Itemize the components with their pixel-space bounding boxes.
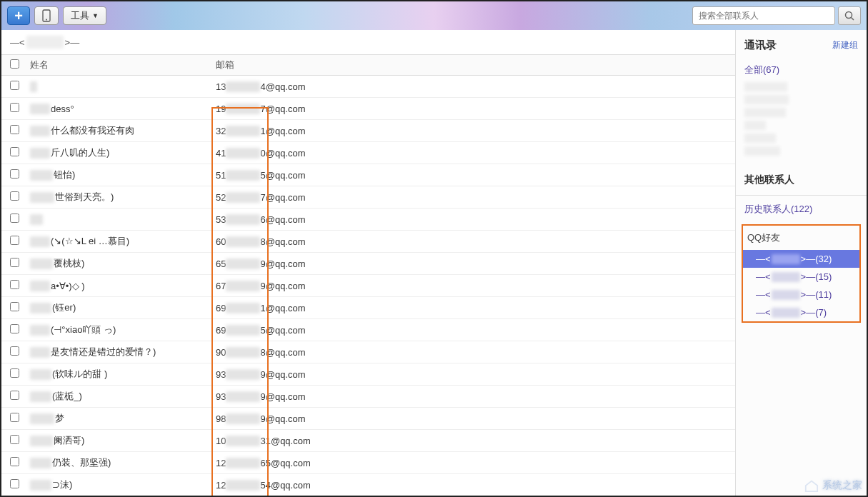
row-checkbox[interactable] xyxy=(10,391,19,400)
group-name-blur xyxy=(26,36,64,49)
row-checkbox[interactable] xyxy=(10,280,19,289)
history-contacts-link[interactable]: 历史联系人(122) xyxy=(736,199,867,220)
search-input[interactable] xyxy=(692,6,835,25)
email-mid: 7 xyxy=(260,104,265,114)
table-row[interactable]: (↘(☆↘L ei …慕目)608@qq.com xyxy=(1,231,735,253)
table-row[interactable]: (软味ル的甜 )939@qq.com xyxy=(1,363,735,386)
row-checkbox[interactable] xyxy=(10,302,19,311)
name-cell: 钮怡) xyxy=(27,169,213,181)
name-suffix: dess° xyxy=(51,104,74,114)
table-row[interactable]: (蓝栀_)939@qq.com xyxy=(1,386,735,408)
name-cell: (钰er) xyxy=(27,301,213,314)
row-checkbox[interactable] xyxy=(10,81,19,90)
row-checkbox[interactable] xyxy=(10,324,19,333)
email-cell: 608@qq.com xyxy=(213,236,735,247)
qq-group-item[interactable]: —<>—(32) xyxy=(743,250,859,268)
tools-label: 工具 xyxy=(71,9,89,22)
sidebar-group-item[interactable] xyxy=(744,121,766,130)
table-row[interactable]: 什么都没有我还有肉321@qq.com xyxy=(1,120,735,142)
sidebar-group-item[interactable] xyxy=(744,134,776,143)
table-row[interactable]: (⊣°xiao吖頭 っ)695@qq.com xyxy=(1,319,735,341)
email-prefix: 69 xyxy=(216,303,226,313)
all-contacts-link[interactable]: 全部(67) xyxy=(736,59,867,81)
email-mid: 9 xyxy=(260,281,265,291)
row-checkbox[interactable] xyxy=(10,147,19,156)
qq-group-item[interactable]: —<>—(11) xyxy=(743,286,859,303)
email-suffix: @qq.com xyxy=(266,369,306,380)
row-checkbox[interactable] xyxy=(10,236,19,245)
email-cell: 908@qq.com xyxy=(213,347,735,358)
qq-group-item[interactable]: —<>—(7) xyxy=(743,303,859,321)
email-blur xyxy=(226,347,260,358)
new-group-link[interactable]: 新建组 xyxy=(832,39,858,51)
sidebar-group-item[interactable] xyxy=(744,95,789,104)
email-cell: 939@qq.com xyxy=(213,391,735,402)
row-checkbox[interactable] xyxy=(10,368,19,378)
row-checkbox[interactable] xyxy=(10,191,19,201)
table-row[interactable]: (钰er)691@qq.com xyxy=(1,297,735,319)
add-button[interactable]: + xyxy=(7,6,30,25)
email-prefix: 13 xyxy=(216,81,226,92)
sidebar-group-item[interactable] xyxy=(744,108,786,117)
table-row[interactable]: dess°197@qq.com xyxy=(1,98,735,120)
email-cell: 536@qq.com xyxy=(213,214,735,225)
email-mid: 9 xyxy=(260,369,265,380)
email-suffix: @qq.com xyxy=(266,126,306,136)
email-blur xyxy=(226,303,260,313)
table-row[interactable]: 536@qq.com xyxy=(1,209,735,231)
name-blur xyxy=(30,214,43,225)
row-checkbox[interactable] xyxy=(10,435,19,444)
row-checkbox[interactable] xyxy=(10,457,19,466)
phone-button[interactable] xyxy=(34,6,59,25)
table-row[interactable]: 134@qq.com xyxy=(1,76,735,98)
email-cell: 659@qq.com xyxy=(213,258,735,269)
row-checkbox[interactable] xyxy=(10,346,19,356)
sidebar-group-item[interactable] xyxy=(744,82,787,91)
tools-button[interactable]: 工具 ▼ xyxy=(63,6,106,25)
email-mid: 0 xyxy=(260,148,265,159)
select-all-checkbox[interactable] xyxy=(10,59,19,69)
email-blur xyxy=(226,325,260,336)
qq-name-blur xyxy=(772,308,800,318)
row-checkbox[interactable] xyxy=(10,169,19,179)
name-suffix: (↘(☆↘L ei …慕目) xyxy=(51,235,129,248)
qq-name-blur xyxy=(772,290,800,300)
email-prefix: 52 xyxy=(216,192,226,203)
table-row[interactable]: 覆桃枝)659@qq.com xyxy=(1,253,735,275)
name-blur xyxy=(30,258,53,269)
email-blur xyxy=(226,126,260,136)
row-checkbox[interactable] xyxy=(10,479,19,488)
row-checkbox[interactable] xyxy=(10,258,19,267)
table-row[interactable]: 世俗到天亮。)527@qq.com xyxy=(1,186,735,209)
row-checkbox[interactable] xyxy=(10,125,19,134)
table-row[interactable]: ⊃沫)1254@qq.com xyxy=(1,474,735,496)
name-suffix: (蓝栀_) xyxy=(52,390,82,403)
qq-friends-box: QQ好友 —<>—(32)—<>—(15)—<>—(11)—<>—(7) xyxy=(742,224,861,323)
search-button[interactable] xyxy=(838,6,861,25)
row-checkbox[interactable] xyxy=(10,103,19,112)
email-prefix: 67 xyxy=(216,281,226,291)
table-row[interactable]: a•∀•)◇ )679@qq.com xyxy=(1,275,735,297)
name-cell: 世俗到天亮。) xyxy=(27,191,213,204)
name-blur xyxy=(30,281,50,291)
header-name[interactable]: 姓名 xyxy=(27,59,213,71)
table-row[interactable]: 钮怡)515@qq.com xyxy=(1,164,735,186)
table-row[interactable]: 阑洒哥)1031@qq.com xyxy=(1,430,735,452)
email-suffix: @qq.com xyxy=(266,104,306,114)
qq-prefix: —< xyxy=(756,271,771,282)
email-cell: 527@qq.com xyxy=(213,192,735,203)
name-suffix: (软味ル的甜 ) xyxy=(52,368,107,381)
search-icon xyxy=(844,11,855,21)
header-email[interactable]: 邮箱 xyxy=(213,59,735,71)
row-checkbox[interactable] xyxy=(10,413,19,422)
table-row[interactable]: 梦989@qq.com xyxy=(1,408,735,430)
sidebar-group-item[interactable] xyxy=(744,146,780,156)
name-cell: dess° xyxy=(27,104,213,114)
table-row[interactable]: 是友情还是错过的爱情？)908@qq.com xyxy=(1,341,735,363)
email-blur xyxy=(226,258,260,269)
email-cell: 197@qq.com xyxy=(213,104,735,114)
row-checkbox[interactable] xyxy=(10,214,19,223)
table-row[interactable]: 仍装、那坚强)1265@qq.com xyxy=(1,452,735,474)
table-row[interactable]: 斤八叽的人生)410@qq.com xyxy=(1,142,735,164)
qq-group-item[interactable]: —<>—(15) xyxy=(743,268,859,286)
